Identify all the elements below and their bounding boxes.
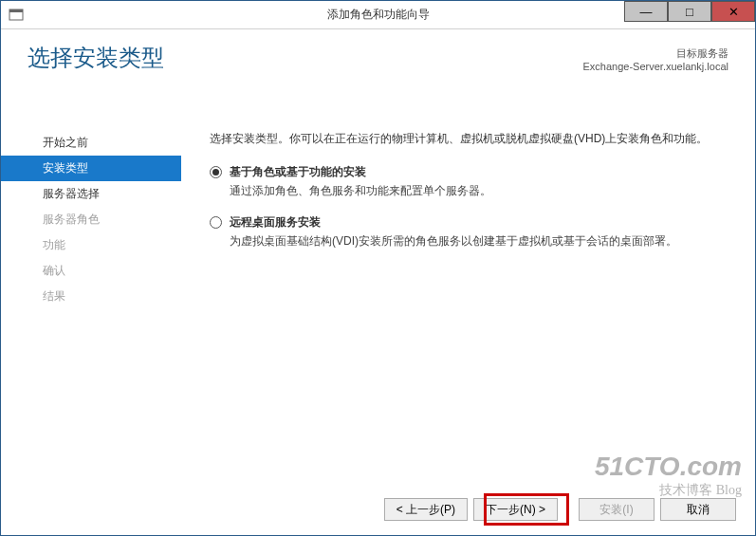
option-title: 远程桌面服务安装 — [230, 214, 727, 231]
step-features: 功能 — [1, 232, 181, 258]
cancel-button[interactable]: 取消 — [660, 498, 736, 521]
footer-buttons: < 上一步(P) 下一步(N) > 安装(I) 取消 — [384, 498, 736, 521]
step-results: 结果 — [1, 284, 181, 309]
option-body: 远程桌面服务安装 为虚拟桌面基础结构(VDI)安装所需的角色服务以创建基于虚拟机… — [230, 214, 727, 250]
titlebar: 添加角色和功能向导 — □ ✕ — [1, 1, 755, 29]
wizard-window: 添加角色和功能向导 — □ ✕ 选择安装类型 目标服务器 Exchange-Se… — [0, 0, 756, 536]
step-server-roles: 服务器角色 — [1, 207, 181, 232]
option-body: 基于角色或基于功能的安装 通过添加角色、角色服务和功能来配置单个服务器。 — [230, 164, 727, 199]
previous-button[interactable]: < 上一步(P) — [384, 498, 468, 521]
target-server-info: 目标服务器 Exchange-Server.xuelankj.local — [583, 46, 728, 72]
option-title: 基于角色或基于功能的安装 — [230, 164, 727, 180]
window-title: 添加角色和功能向导 — [327, 7, 430, 23]
target-value: Exchange-Server.xuelankj.local — [583, 61, 728, 72]
svg-rect-1 — [9, 9, 23, 12]
wizard-steps-sidebar: 开始之前 安装类型 服务器选择 服务器角色 功能 确认 结果 — [1, 29, 181, 535]
close-button[interactable]: ✕ — [711, 1, 755, 22]
step-install-type[interactable]: 安装类型 — [1, 156, 181, 181]
step-server-selection[interactable]: 服务器选择 — [1, 181, 181, 207]
window-controls: — □ ✕ — [624, 1, 755, 22]
intro-text: 选择安装类型。你可以在正在运行的物理计算机、虚拟机或脱机虚拟硬盘(VHD)上安装… — [210, 130, 727, 147]
option-role-based[interactable]: 基于角色或基于功能的安装 通过添加角色、角色服务和功能来配置单个服务器。 — [210, 164, 727, 199]
step-confirm: 确认 — [1, 258, 181, 284]
content-area: 开始之前 安装类型 服务器选择 服务器角色 功能 确认 结果 选择安装类型。你可… — [1, 29, 755, 535]
install-button: 安装(I) — [579, 498, 655, 521]
app-icon — [9, 8, 24, 23]
option-desc: 为虚拟桌面基础结构(VDI)安装所需的角色服务以创建基于虚拟机或基于会话的桌面部… — [230, 232, 727, 250]
radio-role-based[interactable] — [210, 166, 222, 178]
minimize-button[interactable]: — — [624, 1, 668, 22]
radio-remote-desktop[interactable] — [210, 216, 222, 229]
target-label: 目标服务器 — [583, 46, 728, 61]
next-button[interactable]: 下一步(N) > — [473, 498, 558, 521]
maximize-button[interactable]: □ — [668, 1, 711, 22]
step-before-begin[interactable]: 开始之前 — [1, 130, 181, 156]
option-desc: 通过添加角色、角色服务和功能来配置单个服务器。 — [230, 182, 727, 199]
main-panel: 选择安装类型。你可以在正在运行的物理计算机、虚拟机或脱机虚拟硬盘(VHD)上安装… — [181, 29, 755, 535]
option-remote-desktop[interactable]: 远程桌面服务安装 为虚拟桌面基础结构(VDI)安装所需的角色服务以创建基于虚拟机… — [210, 214, 727, 250]
